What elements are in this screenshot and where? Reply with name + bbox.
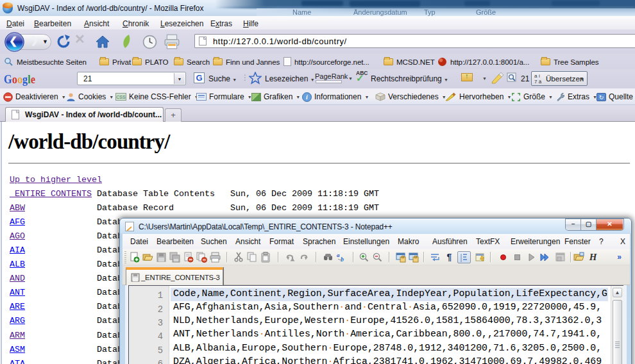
svg-text:a: a [337,252,340,258]
svg-text:i: i [306,94,308,101]
